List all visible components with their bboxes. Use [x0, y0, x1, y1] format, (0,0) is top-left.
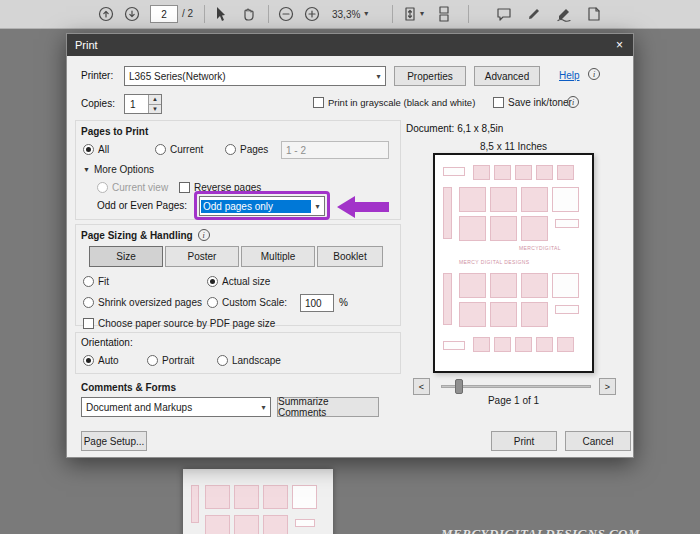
preview-thumbnail-box — [515, 337, 532, 352]
preview-prev-button[interactable]: < — [413, 378, 430, 395]
radio-current[interactable]: Current — [155, 144, 203, 155]
help-link[interactable]: Help — [559, 70, 580, 81]
fragment-thumbnail-box — [292, 485, 317, 509]
preview-tiny-text: MERCYDIGITAL — [519, 245, 561, 251]
site-watermark: MERCYDIGITALDESIGNS.COM — [420, 526, 640, 534]
advanced-button[interactable]: Advanced — [474, 66, 540, 86]
summarize-comments-button[interactable]: Summarize Comments — [277, 397, 379, 417]
radio-custom-scale[interactable]: Custom Scale: — [207, 297, 287, 308]
close-icon[interactable]: × — [614, 38, 625, 52]
radio-icon — [147, 355, 158, 366]
preview-thumbnail-box — [459, 187, 486, 212]
preview-next-button[interactable]: > — [599, 378, 616, 395]
radio-icon — [217, 355, 228, 366]
tools-icon[interactable] — [586, 6, 602, 22]
cancel-button[interactable]: Cancel — [565, 431, 631, 451]
radio-fit[interactable]: Fit — [83, 276, 109, 287]
fragment-thumbnail-box — [295, 519, 315, 527]
grayscale-checkbox[interactable]: Print in grayscale (black and white) — [313, 97, 475, 108]
radio-icon — [83, 297, 94, 308]
copies-stepper[interactable]: 1 ▲ ▼ — [124, 94, 162, 114]
radio-actual-size[interactable]: Actual size — [207, 276, 270, 287]
printer-select[interactable]: L365 Series(Network) ▾ — [124, 66, 386, 86]
custom-scale-input[interactable]: 100 — [300, 294, 334, 312]
chevron-down-icon: ▾ — [364, 10, 368, 18]
comments-forms-value: Document and Markups — [86, 402, 192, 413]
save-ink-label: Save ink/toner — [508, 97, 572, 108]
select-tool-icon[interactable] — [212, 6, 228, 22]
fit-page-icon[interactable] — [402, 6, 418, 22]
radio-portrait[interactable]: Portrait — [147, 355, 194, 366]
page-scrolling-icon[interactable] — [436, 6, 452, 22]
page-range-input[interactable]: 1 - 2 — [281, 141, 389, 159]
preview-slider-track[interactable] — [441, 385, 591, 388]
preview-thumbnail-box — [536, 165, 553, 180]
spinner-up-icon[interactable]: ▲ — [149, 95, 161, 105]
radio-icon — [207, 297, 218, 308]
page-number-input[interactable]: 2 — [150, 5, 178, 23]
comments-forms-heading: Comments & Forms — [81, 382, 176, 393]
booklet-tab-button[interactable]: Booklet — [317, 246, 383, 267]
odd-even-pages-select[interactable]: Odd pages only ▾ — [199, 196, 325, 216]
radio-icon — [225, 144, 236, 155]
zoom-out-icon[interactable] — [278, 6, 294, 22]
sign-pen-icon[interactable] — [556, 6, 572, 22]
properties-button[interactable]: Properties — [394, 66, 466, 86]
poster-tab-button[interactable]: Poster — [165, 246, 239, 267]
size-tab-button[interactable]: Size — [89, 246, 163, 267]
print-preview-page: MERCYDIGITALMERCY DIGITAL DESIGNS — [433, 153, 594, 373]
help-info-icon[interactable]: i — [588, 68, 600, 80]
radio-icon — [207, 276, 218, 287]
zoom-level-value: 33,3% — [332, 9, 360, 20]
highlight-pencil-icon[interactable] — [526, 6, 542, 22]
preview-thumbnail-box — [490, 273, 517, 298]
comment-icon[interactable] — [496, 6, 512, 22]
paper-source-checkbox[interactable]: Choose paper source by PDF page size — [83, 318, 275, 329]
checkbox-icon — [179, 182, 190, 193]
comments-forms-select[interactable]: Document and Markups ▾ — [81, 397, 271, 417]
radio-landscape[interactable]: Landscape — [217, 355, 281, 366]
preview-thumbnail-box — [443, 187, 452, 239]
more-options-label: More Options — [94, 164, 154, 175]
zoom-level-select[interactable]: 33,3% ▾ — [332, 5, 368, 23]
radio-pages[interactable]: Pages — [225, 144, 268, 155]
chevron-down-icon[interactable]: ▾ — [420, 10, 424, 18]
info-icon[interactable]: i — [198, 229, 210, 241]
page-sizing-heading: Page Sizing & Handling — [81, 230, 193, 241]
chevron-down-icon: ▾ — [311, 202, 324, 211]
spinner-down-icon[interactable]: ▼ — [149, 105, 161, 114]
hand-tool-icon[interactable] — [240, 6, 256, 22]
save-ink-checkbox[interactable]: Save ink/toner — [493, 97, 572, 108]
next-page-icon[interactable] — [124, 6, 140, 22]
radio-landscape-label: Landscape — [232, 355, 281, 366]
preview-thumbnail-box — [459, 273, 486, 298]
copies-spin-buttons: ▲ ▼ — [148, 95, 161, 113]
copies-label: Copies: — [81, 98, 115, 109]
radio-all[interactable]: All — [83, 144, 109, 155]
preview-thumbnail-box — [552, 273, 579, 298]
acrobat-toolbar: 2 / 2 33,3% ▾ ▾ — [0, 0, 700, 29]
pages-to-print-heading: Pages to Print — [81, 126, 148, 137]
multiple-tab-button[interactable]: Multiple — [241, 246, 315, 267]
page-setup-button[interactable]: Page Setup... — [81, 431, 147, 451]
preview-thumbnail-box — [490, 187, 517, 212]
page-indicator: Page 1 of 1 — [433, 395, 594, 406]
preview-slider-thumb[interactable] — [455, 379, 463, 394]
previous-page-icon[interactable] — [98, 6, 114, 22]
reverse-pages-checkbox[interactable]: Reverse pages — [179, 182, 261, 193]
radio-current-view[interactable]: Current view — [97, 182, 168, 193]
info-icon[interactable]: i — [567, 96, 579, 108]
fragment-thumbnail-box — [191, 485, 199, 523]
more-options-toggle[interactable]: ▼ More Options — [83, 164, 154, 175]
preview-thumbnail-box — [555, 305, 579, 314]
print-button[interactable]: Print — [491, 431, 557, 451]
zoom-in-icon[interactable] — [304, 6, 320, 22]
chevron-down-icon: ▾ — [257, 403, 270, 412]
radio-shrink-label: Shrink oversized pages — [98, 297, 202, 308]
fragment-thumbnail-box — [263, 515, 288, 534]
radio-shrink[interactable]: Shrink oversized pages — [83, 297, 202, 308]
radio-icon — [83, 276, 94, 287]
preview-thumbnail-box — [521, 273, 548, 298]
radio-auto[interactable]: Auto — [83, 355, 119, 366]
radio-actual-size-label: Actual size — [222, 276, 270, 287]
